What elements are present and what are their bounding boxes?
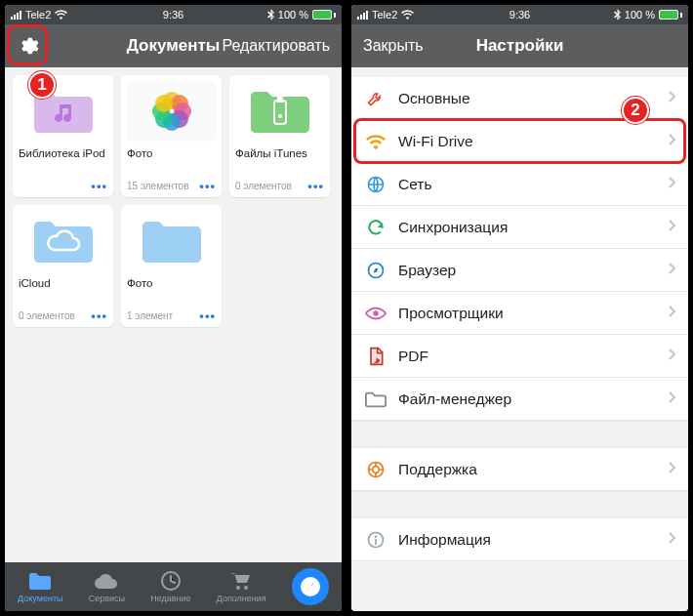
eye-icon xyxy=(365,303,387,324)
svg-point-10 xyxy=(278,114,282,118)
wifi-icon xyxy=(365,131,387,152)
settings-list: Основные Wi-Fi Drive 2 Сеть Синхронизаци… xyxy=(351,77,688,561)
folder-tab-icon xyxy=(28,571,52,591)
chevron-right-icon xyxy=(668,390,676,408)
settings-row-label: Информация xyxy=(398,531,656,549)
support-icon xyxy=(365,459,387,480)
chevron-right-icon xyxy=(668,133,676,150)
settings-row-label: Браузер xyxy=(398,262,656,279)
settings-row-eye[interactable]: Просмотрщики xyxy=(351,292,688,335)
more-icon[interactable]: ••• xyxy=(199,308,216,323)
settings-row-wifi[interactable]: Wi-Fi Drive 2 xyxy=(351,120,688,163)
tile-itunes-files[interactable]: Файлы iTunes 0 элементов••• xyxy=(229,75,330,197)
svg-point-23 xyxy=(373,466,380,472)
chevron-right-icon xyxy=(668,348,676,365)
folder-icloud-icon xyxy=(32,217,95,266)
signal-icon xyxy=(357,11,368,20)
settings-row-label: Просмотрщики xyxy=(398,305,656,322)
tab-label: Документы xyxy=(18,594,62,603)
tile-meta: 0 элементов xyxy=(235,181,292,191)
wifi-icon xyxy=(401,10,414,20)
tab-bar: Документы Сервисы Недавние Дополнения xyxy=(5,562,342,611)
info-icon xyxy=(365,529,387,551)
wifi-icon xyxy=(55,10,67,20)
globe-icon xyxy=(365,174,387,195)
svg-point-7 xyxy=(155,95,173,112)
more-icon[interactable]: ••• xyxy=(199,179,216,193)
settings-row-compass[interactable]: Браузер xyxy=(351,249,688,292)
tab-services[interactable]: Сервисы xyxy=(89,570,125,603)
tab-addons[interactable]: Дополнения xyxy=(217,570,266,603)
settings-button[interactable] xyxy=(13,30,44,62)
annotation-badge-2: 2 xyxy=(622,97,649,124)
tile-meta: 1 элемент xyxy=(127,310,173,321)
svg-rect-26 xyxy=(375,539,377,545)
signal-icon xyxy=(11,11,21,20)
bluetooth-icon xyxy=(267,9,274,21)
folder-icon xyxy=(141,217,203,266)
documents-content: Библиотека iPod ••• xyxy=(5,67,342,562)
settings-row-label: Сеть xyxy=(398,176,656,193)
battery-icon xyxy=(312,10,336,20)
battery-text: 100 % xyxy=(278,9,308,21)
bluetooth-icon xyxy=(614,9,621,21)
tile-label: Фото xyxy=(127,147,216,175)
tile-meta: 15 элементов xyxy=(127,181,188,191)
settings-row-folder[interactable]: Файл-менеджер xyxy=(351,378,688,421)
svg-point-12 xyxy=(236,586,240,590)
tile-icloud[interactable]: iCloud 0 элементов••• xyxy=(13,205,113,327)
documents-grid: Библиотека iPod ••• xyxy=(5,67,342,335)
settings-row-label: Синхронизация xyxy=(398,219,656,236)
svg-point-21 xyxy=(373,310,379,316)
wrench-icon xyxy=(365,88,387,109)
chevron-right-icon xyxy=(668,461,676,478)
battery-icon xyxy=(659,10,682,20)
settings-row-support[interactable]: Поддержка xyxy=(351,448,688,491)
gear-icon xyxy=(18,35,39,57)
tile-photos[interactable]: Фото 15 элементов••• xyxy=(121,75,222,197)
phone-left: Tele2 9:36 100 % Документы Редактировать… xyxy=(5,5,342,611)
navbar-documents: Документы Редактировать xyxy=(5,24,342,67)
list-separator xyxy=(351,491,688,518)
settings-content: Основные Wi-Fi Drive 2 Сеть Синхронизаци… xyxy=(351,67,688,611)
settings-row-label: Поддержка xyxy=(398,461,656,478)
clock-tab-icon xyxy=(160,570,182,592)
close-button[interactable]: Закрыть xyxy=(359,31,428,61)
tile-label: Библиотека iPod xyxy=(19,147,107,175)
carrier-label: Tele2 xyxy=(372,9,397,21)
settings-row-pdf[interactable]: PDF xyxy=(351,335,688,378)
tab-browser[interactable] xyxy=(292,568,329,605)
more-icon[interactable]: ••• xyxy=(307,179,324,193)
tile-label: Фото xyxy=(127,277,216,305)
annotation-badge-1: 1 xyxy=(28,71,56,99)
tile-ipod-library[interactable]: Библиотека iPod ••• xyxy=(13,75,113,197)
carrier-label: Tele2 xyxy=(25,9,51,21)
tile-label: Файлы iTunes xyxy=(235,147,324,175)
chevron-right-icon xyxy=(668,176,676,193)
svg-point-13 xyxy=(244,586,248,590)
tile-meta: 0 элементов xyxy=(19,310,75,321)
svg-point-25 xyxy=(375,535,378,538)
status-bar: Tele2 9:36 100 % xyxy=(351,5,688,24)
folder-icon xyxy=(365,389,387,410)
tab-documents[interactable]: Документы xyxy=(18,570,62,603)
edit-button[interactable]: Редактировать xyxy=(218,31,334,61)
more-icon[interactable]: ••• xyxy=(91,308,107,323)
tile-label: iCloud xyxy=(19,277,107,305)
chevron-right-icon xyxy=(668,90,676,107)
compass-icon xyxy=(365,260,387,281)
more-icon[interactable]: ••• xyxy=(91,179,107,193)
settings-row-sync[interactable]: Синхронизация xyxy=(351,206,688,249)
cart-tab-icon xyxy=(229,571,253,591)
tab-recent[interactable]: Недавние xyxy=(150,570,190,603)
settings-row-label: PDF xyxy=(398,348,656,365)
settings-row-info[interactable]: Информация xyxy=(351,518,688,561)
navbar-settings: Закрыть Настройки xyxy=(351,24,688,67)
tab-label: Дополнения xyxy=(217,594,266,603)
chevron-right-icon xyxy=(668,305,676,322)
battery-text: 100 % xyxy=(625,9,655,21)
tile-folder-photo[interactable]: Фото 1 элемент••• xyxy=(121,205,222,327)
settings-row-globe[interactable]: Сеть xyxy=(351,163,688,206)
tab-label: Сервисы xyxy=(89,594,125,603)
sync-icon xyxy=(365,217,387,238)
